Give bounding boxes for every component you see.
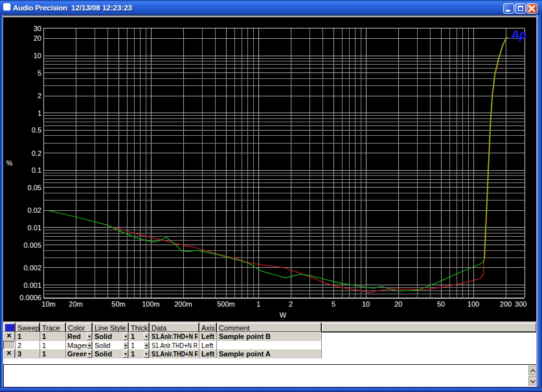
svg-text:1: 1 [256,300,260,308]
svg-text:2: 2 [38,92,41,100]
svg-text:30: 30 [34,25,41,32]
svg-text:0.001: 0.001 [23,281,41,289]
svg-text:100: 100 [468,300,479,308]
svg-text:0.01: 0.01 [28,224,41,232]
svg-text:0.5: 0.5 [32,126,41,134]
svg-text:50m: 50m [111,300,125,308]
svg-text:2: 2 [289,300,293,308]
svg-text:200: 200 [500,300,512,308]
svg-text:10m: 10m [41,300,55,308]
svg-text:20m: 20m [69,300,82,308]
svg-text:0.1: 0.1 [32,166,41,174]
svg-text:0.2: 0.2 [32,149,41,157]
svg-text:0.02: 0.02 [28,206,41,214]
svg-text:0.005: 0.005 [23,241,41,249]
svg-text:10: 10 [362,300,370,308]
svg-text:1: 1 [38,109,41,117]
svg-text:5: 5 [332,300,335,308]
svg-text:300: 300 [515,300,526,308]
svg-text:0.002: 0.002 [23,264,41,272]
svg-text:200m: 200m [174,300,192,308]
svg-text:50: 50 [437,300,445,308]
svg-text:Ap: Ap [510,28,526,41]
svg-text:0.05: 0.05 [28,184,41,191]
svg-text:%: % [6,159,13,167]
svg-text:20: 20 [34,34,41,42]
svg-text:10: 10 [34,52,41,60]
svg-text:0.0006: 0.0006 [19,294,41,301]
svg-text:500m: 500m [217,300,235,308]
svg-text:W: W [280,311,287,319]
svg-text:5: 5 [38,69,41,77]
svg-text:100m: 100m [142,300,160,308]
svg-text:20: 20 [394,300,402,308]
